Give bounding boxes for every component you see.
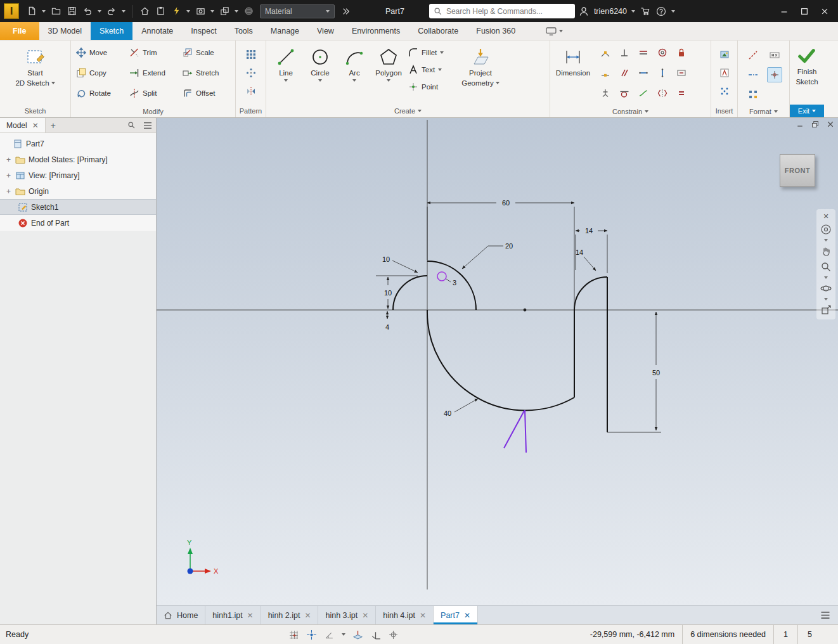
navbar-caret-icon[interactable] [824,276,828,279]
ribbon-display-options-button[interactable] [539,22,569,40]
tab-sketch[interactable]: Sketch [91,22,132,40]
project-geometry-button[interactable]: Project Geometry [455,42,506,103]
doc-tab-hinh4[interactable]: hinh 4.ipt✕ [376,606,434,624]
project-geometry-caret-icon[interactable] [496,82,500,84]
browser-menu-icon[interactable] [139,122,156,129]
midpoint-constraint-button[interactable] [598,65,613,80]
maximize-button[interactable] [797,3,811,20]
arc-button[interactable]: Arc [337,42,371,103]
import-points-button[interactable] [717,84,732,99]
concentric-constraint-button[interactable] [655,45,670,60]
minimize-button[interactable] [777,3,791,20]
precise-input-icon[interactable] [306,629,317,640]
undo-button[interactable] [81,3,94,20]
save-button[interactable] [65,3,79,20]
sketch-arc-r20[interactable] [427,261,476,310]
rotate-button[interactable]: Rotate [74,83,127,103]
tab-fusion-360[interactable]: Fusion 360 [467,22,524,40]
doc-tab-home[interactable]: Home [157,606,205,624]
perpendicular-constraint-button[interactable] [617,45,632,60]
polygon-caret-icon[interactable] [387,79,390,82]
dimension-50[interactable]: 50 [652,369,660,377]
sketch-arc-left-small[interactable] [393,276,427,310]
account-caret-icon[interactable] [631,10,635,13]
doc-tab-hinh3[interactable]: hinh 3.ipt✕ [318,606,376,624]
circle-button[interactable]: Circle [303,42,337,103]
expand-plus-icon[interactable]: + [5,155,12,164]
dimension-40[interactable]: 40 [444,409,451,417]
tree-item-sketch1[interactable]: Sketch1 [0,199,156,215]
tab-file[interactable]: File [0,22,39,40]
dimension-14-top[interactable]: 14 [585,227,593,235]
viewcube[interactable]: FRONT [780,154,815,187]
trim-button[interactable]: Trim [127,42,180,63]
tab-close-icon[interactable]: ✕ [304,611,311,620]
tab-environments[interactable]: Environments [343,22,409,40]
viewcube-front-face[interactable]: FRONT [785,167,810,174]
quick-sketch-caret-icon[interactable] [186,10,190,13]
doc-tabs-menu-icon[interactable] [813,606,838,624]
lock-constraint-button[interactable] [674,45,689,60]
construction-toggle-button[interactable] [745,48,761,63]
account-menu[interactable]: trien6240 [594,7,627,16]
sketch-arc-r14[interactable] [574,277,607,310]
material-dropdown[interactable]: Material [260,4,335,18]
tree-item-model-states[interactable]: + Model States: [Primary] [0,151,156,167]
doc-close-icon[interactable] [827,120,834,128]
expand-toolbar-button[interactable] [339,3,353,20]
line-button[interactable]: Line [269,42,303,103]
selected-sketch-circle[interactable] [437,272,446,281]
navbar-close-icon[interactable]: ✕ [818,212,834,221]
tab-close-icon[interactable]: ✕ [247,611,254,620]
text-button[interactable]: Text [406,63,455,76]
tab-annotate[interactable]: Annotate [132,22,182,40]
user-avatar-icon[interactable] [577,3,591,20]
vertical-constraint-button[interactable] [655,65,670,80]
collinear-constraint-button[interactable] [636,45,651,60]
dimension-3[interactable]: 3 [453,279,456,287]
center-point-toggle-button[interactable] [767,67,782,82]
tab-close-icon[interactable]: ✕ [420,611,426,620]
redo-caret-icon[interactable] [122,10,126,13]
doc-restore-icon[interactable] [811,120,819,128]
help-button[interactable] [654,3,668,20]
open-file-button[interactable] [49,3,63,20]
snap-grid-icon[interactable] [288,629,299,640]
polygon-button[interactable]: Polygon [371,42,406,103]
fix-constraint-button[interactable] [598,86,613,101]
redo-button[interactable] [105,3,119,20]
sketch-format-button[interactable] [745,87,761,102]
dimension-14-leader[interactable]: 14 [576,248,583,256]
tab-close-icon[interactable]: ✕ [362,611,368,620]
component-caret-icon[interactable] [235,10,238,13]
circular-pattern-button[interactable] [243,65,259,80]
browser-tab-model[interactable]: Model ✕ [0,118,46,132]
home-button[interactable] [138,3,151,20]
extend-button[interactable]: Extend [127,63,180,83]
new-file-button[interactable] [25,3,39,20]
horizontal-constraint-button[interactable] [636,65,651,80]
selected-sketch-line-2[interactable] [504,411,524,448]
navigation-wheel-icon[interactable] [818,222,834,236]
equal-constraint-button[interactable] [674,86,689,101]
tree-item-view[interactable]: + View: [Primary] [0,167,156,183]
finish-sketch-button[interactable]: Finish Sketch [792,42,822,103]
appearance-sphere-icon[interactable] [242,3,255,20]
expand-plus-icon[interactable]: + [5,187,12,196]
tree-item-end-of-part[interactable]: End of Part [0,215,156,231]
expand-plus-icon[interactable]: + [5,171,12,180]
coincident-constraint-button[interactable] [598,45,613,60]
cart-button[interactable] [638,3,652,20]
line-caret-icon[interactable] [284,79,288,82]
start-2d-sketch-caret-icon[interactable] [51,82,55,84]
graphics-window[interactable]: 60 20 10 10 4 3 14 14 50 40 [157,118,838,605]
tab-view[interactable]: View [308,22,343,40]
zoom-icon[interactable] [818,260,834,274]
doc-tab-hinh2[interactable]: hinh 2.ipt✕ [261,606,319,624]
dimension-20[interactable]: 20 [505,242,513,250]
stretch-button[interactable]: Stretch [180,63,233,83]
tree-item-part7[interactable]: Part7 [0,136,156,151]
move-button[interactable]: Move [74,42,127,63]
screenshot-button[interactable] [193,3,207,20]
tab-inspect[interactable]: Inspect [182,22,225,40]
